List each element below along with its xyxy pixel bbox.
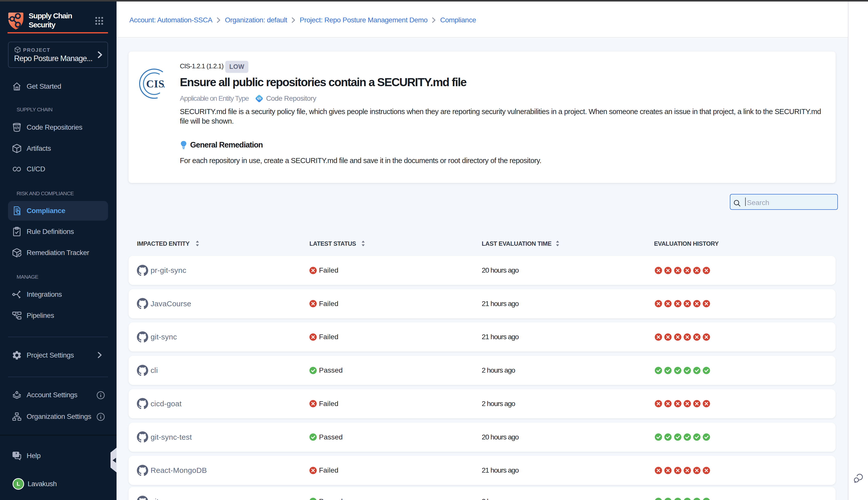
svg-text:CIS: CIS	[146, 78, 164, 90]
